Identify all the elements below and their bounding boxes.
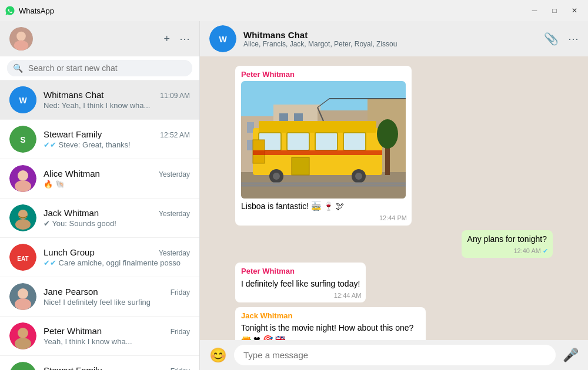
chat-item-stewart[interactable]: S Stewart Family 12:52 AM ✔✔ Steve: Grea…: [0, 120, 199, 159]
svg-point-48: [273, 173, 280, 180]
menu-button[interactable]: ⋯: [179, 32, 190, 45]
chat-item-jack[interactable]: Jack Whitman Yesterday ✔ You: Sounds goo…: [0, 199, 199, 238]
title-bar: WhatsApp ─ □ ✕: [0, 0, 588, 21]
new-chat-button[interactable]: +: [163, 33, 170, 45]
message-text: Any plans for tonight?: [467, 234, 547, 245]
chat-time: Yesterday: [159, 249, 190, 257]
chat-info: Stewart Family Friday Steve: Great, than…: [44, 365, 190, 370]
chat-area: W Whitmans Chat Alice, Francis, Jack, Ma…: [200, 21, 588, 370]
chat-top: Alice Whitman Yesterday: [44, 169, 190, 179]
app-title: WhatsApp: [19, 6, 54, 15]
chat-top: Jack Whitman Yesterday: [44, 208, 190, 218]
chat-avatar: [9, 165, 36, 192]
chat-header: W Whitmans Chat Alice, Francis, Jack, Ma…: [200, 21, 588, 56]
minimize-button[interactable]: ─: [526, 4, 543, 18]
chat-header-actions: 📎 ⋯: [544, 32, 579, 46]
search-input[interactable]: [7, 60, 192, 76]
message-text: I definitely feel like surfing today!: [241, 278, 360, 290]
sidebar-header: + ⋯: [0, 21, 199, 56]
chat-avatar: EAT: [9, 244, 36, 271]
chat-item-lunch[interactable]: EAT Lunch Group Yesterday ✔✔ Care amiche…: [0, 238, 199, 277]
message-sender: Peter Whitman: [241, 69, 406, 80]
emoji-button[interactable]: 😊: [209, 347, 227, 364]
group-avatar: W: [209, 25, 236, 52]
chat-name: Whitmans Chat: [44, 90, 104, 100]
chat-name: Jane Pearson: [44, 287, 98, 297]
chat-header-info: Whitmans Chat Alice, Francis, Jack, Marg…: [243, 30, 537, 48]
svg-point-19: [18, 328, 28, 338]
chat-preview: Yeah, I think I know wha...: [44, 337, 190, 346]
chat-name: Jack Whitman: [44, 208, 99, 218]
chat-time: Friday: [171, 288, 190, 297]
svg-point-58: [377, 119, 398, 149]
message-sender: Jack Whitman: [241, 311, 420, 321]
chat-time: Yesterday: [159, 170, 190, 179]
chat-preview: Ned: Yeah, I think I know wha...: [44, 101, 190, 110]
chat-preview: Nice! I definitely feel like surfing: [44, 298, 190, 307]
chat-item-jane[interactable]: Jane Pearson Friday Nice! I definitely f…: [0, 277, 199, 317]
svg-point-21: [9, 362, 36, 370]
svg-point-1: [16, 32, 26, 41]
search-wrapper: 🔍: [7, 60, 192, 76]
chat-info: Whitmans Chat 11:09 AM Ned: Yeah, I thin…: [44, 90, 190, 110]
message-sender: Peter Whitman: [241, 266, 360, 277]
maximize-button[interactable]: □: [546, 4, 563, 18]
chat-preview: ✔✔ Steve: Great, thanks!: [44, 140, 190, 149]
message-peter-image: Peter Whitman: [235, 66, 412, 226]
message-input[interactable]: [234, 345, 556, 365]
mic-button[interactable]: 🎤: [563, 348, 579, 363]
chat-top: Peter Whitman Friday: [44, 326, 190, 336]
chat-avatar: [9, 322, 36, 349]
chat-time: Friday: [171, 367, 190, 370]
chat-info: Jack Whitman Yesterday ✔ You: Sounds goo…: [44, 208, 190, 228]
message-text: Tonight is the movie night! How about th…: [241, 322, 420, 340]
svg-rect-40: [259, 121, 376, 133]
chat-avatar: S: [9, 362, 36, 370]
chat-avatar: [9, 283, 36, 310]
sidebar: + ⋯ 🔍 W: [0, 21, 200, 370]
chat-name: Peter Whitman: [44, 326, 102, 336]
message-image: [241, 81, 406, 199]
message-jack-movie: Jack Whitman Tonight is the movie night!…: [235, 307, 426, 340]
svg-rect-43: [315, 133, 338, 150]
chat-header-name: Whitmans Chat: [243, 30, 537, 40]
chat-input-area: 😊 🎤: [200, 340, 588, 370]
window-controls[interactable]: ─ □ ✕: [526, 4, 583, 18]
chat-name: Lunch Group: [44, 247, 95, 257]
chat-item-alice[interactable]: Alice Whitman Yesterday 🔥 🐚: [0, 159, 199, 199]
user-profile-avatar[interactable]: [9, 27, 33, 51]
svg-point-2: [14, 41, 28, 51]
chat-item-whitmans[interactable]: W Whitmans Chat 11:09 AM Ned: Yeah, I th…: [0, 80, 199, 120]
chat-info: Stewart Family 12:52 AM ✔✔ Steve: Great,…: [44, 129, 190, 149]
chat-time: 12:52 AM: [160, 131, 190, 139]
svg-point-12: [15, 219, 31, 230]
attach-button[interactable]: 📎: [544, 32, 559, 46]
svg-text:EAT: EAT: [17, 255, 28, 262]
chat-list: W Whitmans Chat 11:09 AM Ned: Yeah, I th…: [0, 80, 199, 370]
app-container: + ⋯ 🔍 W: [0, 21, 588, 370]
chat-menu-button[interactable]: ⋯: [568, 32, 579, 45]
chat-time: 11:09 AM: [160, 92, 190, 100]
message-time: 12:44 AM: [334, 291, 361, 300]
svg-rect-42: [287, 133, 309, 150]
svg-point-50: [355, 173, 362, 180]
svg-text:S: S: [20, 135, 25, 144]
search-bar: 🔍: [0, 56, 199, 80]
chat-time: Yesterday: [159, 210, 190, 218]
chat-info: Lunch Group Yesterday ✔✔ Care amiche, og…: [44, 247, 190, 267]
chat-item-stewart2[interactable]: S Stewart Family Friday Steve: Great, th…: [0, 356, 199, 370]
chat-preview: ✔ You: Sounds good!: [44, 219, 190, 228]
chat-top: Whitmans Chat 11:09 AM: [44, 90, 190, 100]
close-button[interactable]: ✕: [566, 4, 583, 18]
search-icon: 🔍: [13, 63, 23, 73]
chat-info: Alice Whitman Yesterday 🔥 🐚: [44, 169, 190, 189]
chat-header-members: Alice, Francis, Jack, Margot, Peter, Roy…: [243, 40, 537, 48]
chat-item-peter[interactable]: Peter Whitman Friday Yeah, I think I kno…: [0, 317, 199, 356]
svg-point-20: [15, 338, 31, 349]
svg-text:W: W: [19, 96, 27, 105]
chat-info: Peter Whitman Friday Yeah, I think I kno…: [44, 326, 190, 346]
message-time: 12:40 AM ✔: [513, 247, 548, 255]
chat-top: Jane Pearson Friday: [44, 287, 190, 297]
chat-info: Jane Pearson Friday Nice! I definitely f…: [44, 287, 190, 307]
chat-top: Stewart Family 12:52 AM: [44, 129, 190, 139]
